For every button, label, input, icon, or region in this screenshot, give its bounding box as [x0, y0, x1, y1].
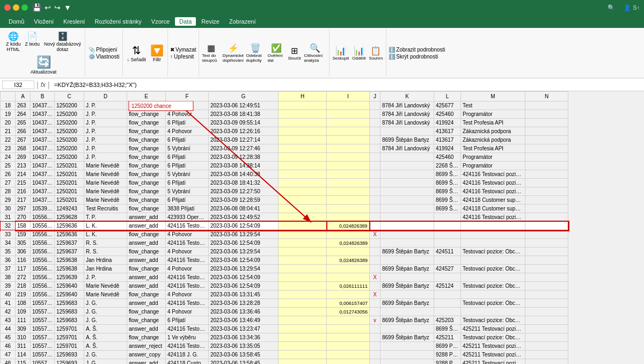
- table-cell[interactable]: flow_change: [127, 136, 166, 144]
- table-cell[interactable]: 8699 Pavel Vais: [434, 342, 461, 351]
- table-cell[interactable]: 1250200: [55, 144, 84, 153]
- table-cell[interactable]: [279, 351, 327, 359]
- table-cell[interactable]: A. Š.: [84, 325, 127, 333]
- btn-new-db-query[interactable]: 🗄️ Nový databázovýdotaz: [42, 30, 83, 53]
- table-cell[interactable]: 425203: [434, 316, 461, 325]
- btn-aktualizovat[interactable]: 🔄 Aktualizovat: [4, 54, 83, 76]
- table-cell[interactable]: [525, 205, 568, 213]
- table-cell[interactable]: 424116 Testovací poz: [166, 273, 209, 282]
- table-cell[interactable]: [327, 273, 370, 282]
- btn-citlivost[interactable]: 🔍 Citlivostní analýza: [303, 42, 327, 64]
- table-cell[interactable]: 0,012743056: [327, 308, 370, 316]
- table-cell[interactable]: [370, 127, 380, 136]
- table-cell[interactable]: J. P.: [84, 110, 127, 119]
- table-cell[interactable]: 114: [16, 351, 31, 359]
- table-cell[interactable]: 214: [16, 170, 31, 179]
- table-cell[interactable]: [461, 273, 525, 282]
- table-cell[interactable]: [370, 196, 380, 205]
- table-cell[interactable]: X: [370, 230, 380, 239]
- table-cell[interactable]: [434, 213, 461, 222]
- table-cell[interactable]: 267: [16, 136, 31, 144]
- table-cell[interactable]: answer_copy: [127, 351, 166, 359]
- table-cell[interactable]: Testovací pozice: Obchodn: [461, 299, 525, 308]
- table-cell[interactable]: Zákaznická podpora: [461, 127, 525, 136]
- table-cell[interactable]: [434, 222, 461, 230]
- table-cell[interactable]: 4 Pohovor: [166, 110, 209, 119]
- table-cell[interactable]: Marie Nevédě: [84, 187, 127, 196]
- table-cell[interactable]: answer_add: [127, 325, 166, 333]
- table-cell[interactable]: 9288 Pavel Vais: [434, 351, 461, 359]
- table-cell[interactable]: 2023-03-06 13:29:54: [209, 230, 279, 239]
- btn-from-html[interactable]: 🌐 Z kóduHTML: [4, 30, 23, 53]
- table-cell[interactable]: [380, 351, 434, 359]
- btn-vymazat[interactable]: ✖Vymazat: [170, 47, 196, 53]
- table-cell[interactable]: 2023-03-06 13:31:45: [209, 290, 279, 299]
- table-cell[interactable]: flow_change: [127, 153, 166, 162]
- table-cell[interactable]: [370, 110, 380, 119]
- table-cell[interactable]: [380, 222, 434, 230]
- table-cell[interactable]: [279, 239, 327, 247]
- btn-vlastnosti[interactable]: ⚙️Vlastnosti: [89, 54, 119, 60]
- table-cell[interactable]: R. S.: [84, 239, 127, 247]
- table-cell[interactable]: 1250201: [55, 196, 84, 205]
- table-cell[interactable]: 269: [16, 153, 31, 162]
- table-cell[interactable]: 1055684: [31, 290, 55, 299]
- table-cell[interactable]: [327, 325, 370, 333]
- table-cell[interactable]: [380, 153, 434, 162]
- table-cell[interactable]: flow_change: [127, 205, 166, 213]
- table-cell[interactable]: 1055793: [31, 351, 55, 359]
- table-cell[interactable]: flow_change: [127, 290, 166, 299]
- table-cell[interactable]: 265: [16, 119, 31, 127]
- btn-overeni[interactable]: ✅ Ověření dat: [267, 42, 286, 64]
- table-cell[interactable]: 1259639: [55, 273, 84, 282]
- table-cell[interactable]: 2023-03-06 13:35:05: [209, 342, 279, 351]
- table-cell[interactable]: 2023-03-06 12:49:51: [209, 101, 279, 110]
- table-cell[interactable]: 6 Přijatí: [166, 119, 209, 127]
- table-cell[interactable]: [327, 110, 370, 119]
- table-cell[interactable]: [327, 205, 370, 213]
- table-cell[interactable]: J. G.: [84, 308, 127, 316]
- table-cell[interactable]: 425460: [434, 153, 461, 162]
- table-cell[interactable]: 2023-03-06 12:54:09: [209, 273, 279, 282]
- table-cell[interactable]: [279, 273, 327, 282]
- table-cell[interactable]: 8699 Štěpán Bartyz: [380, 136, 434, 144]
- table-cell[interactable]: [380, 230, 434, 239]
- table-cell[interactable]: 1055742: [31, 299, 55, 308]
- table-cell[interactable]: 2023-03-08 18:41:32: [209, 179, 279, 187]
- table-cell[interactable]: 2023-03-09 12:26:16: [209, 127, 279, 136]
- table-cell[interactable]: [461, 308, 525, 316]
- table-cell[interactable]: 2023-03-09 12:27:50: [209, 187, 279, 196]
- table-cell[interactable]: [279, 110, 327, 119]
- table-cell[interactable]: 2023-03-06 13:34:36: [209, 333, 279, 342]
- table-cell[interactable]: 424116 Testovací poz: [166, 282, 209, 290]
- table-cell[interactable]: 1055742: [31, 308, 55, 316]
- table-cell[interactable]: 0,006157407: [327, 299, 370, 308]
- table-cell[interactable]: 1250200: [55, 119, 84, 127]
- table-cell[interactable]: [279, 282, 327, 290]
- table-cell[interactable]: 1043733: [31, 179, 55, 187]
- table-cell[interactable]: [279, 213, 327, 222]
- col-header-I[interactable]: I: [327, 92, 370, 101]
- table-cell[interactable]: 1043732: [31, 101, 55, 110]
- table-cell[interactable]: 1259636: [55, 222, 84, 230]
- table-cell[interactable]: 425124: [434, 282, 461, 290]
- table-cell[interactable]: [370, 136, 380, 144]
- table-cell[interactable]: 311: [16, 342, 31, 351]
- table-cell[interactable]: 8699 Štěpán Bartyz: [434, 196, 461, 205]
- table-cell[interactable]: [525, 299, 568, 308]
- table-cell[interactable]: [525, 342, 568, 351]
- table-cell[interactable]: [327, 179, 370, 187]
- table-cell[interactable]: 424116 Testovací poz: [166, 222, 209, 230]
- table-cell[interactable]: [279, 342, 327, 351]
- table-cell[interactable]: [525, 256, 568, 265]
- btn-dynamic-fill[interactable]: ⚡ Dynamické doplňování: [223, 42, 244, 64]
- table-cell[interactable]: answer_reject: [127, 342, 166, 351]
- table-cell[interactable]: 1055682: [31, 265, 55, 273]
- table-cell[interactable]: [279, 162, 327, 170]
- table-cell[interactable]: 4 Pohovor: [166, 127, 209, 136]
- table-cell[interactable]: [279, 196, 327, 205]
- table-cell[interactable]: J. P.: [84, 153, 127, 162]
- table-cell[interactable]: A. Š.: [84, 342, 127, 351]
- table-cell[interactable]: [525, 273, 568, 282]
- table-cell[interactable]: 2023-03-09 12:28:38: [209, 153, 279, 162]
